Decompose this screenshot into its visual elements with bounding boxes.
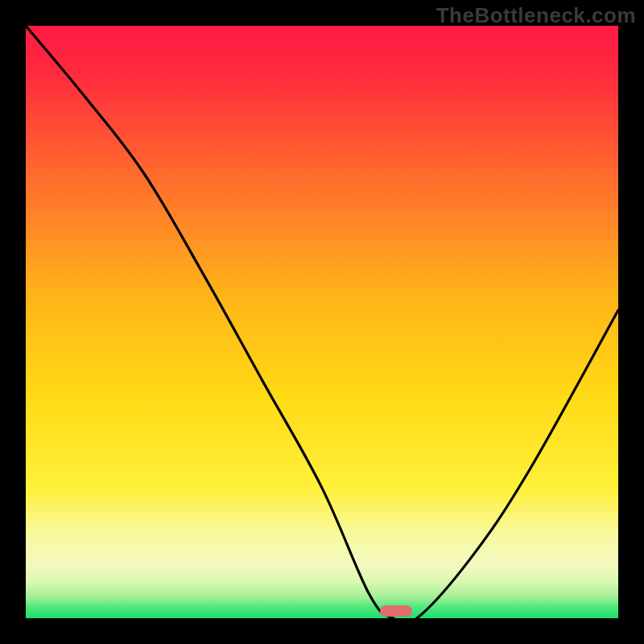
watermark-text: TheBottleneck.com (436, 3, 636, 28)
plot-area (26, 26, 618, 618)
bottleneck-curve (26, 26, 618, 618)
chart-container: TheBottleneck.com (0, 0, 644, 644)
sweet-spot-marker (380, 605, 412, 617)
